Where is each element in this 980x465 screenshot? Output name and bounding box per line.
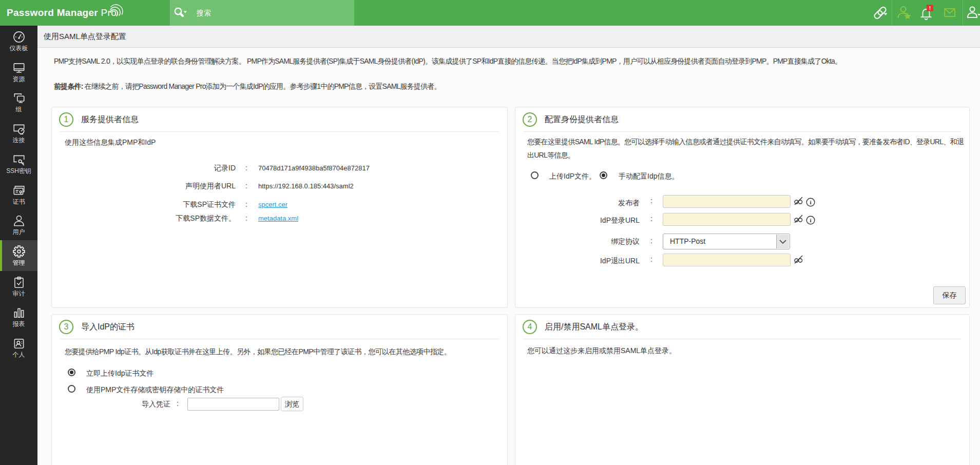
svg-text:!: ! — [929, 5, 931, 11]
svg-text:i: i — [810, 199, 811, 205]
svg-text:i: i — [810, 217, 811, 223]
